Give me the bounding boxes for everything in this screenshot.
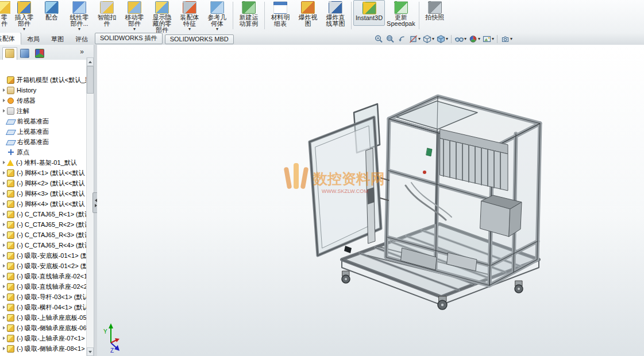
- tree-item[interactable]: 前视基准面: [0, 116, 94, 126]
- tree-item[interactable]: (-) 吸取-直线轴承座-02<1: [0, 271, 94, 281]
- ribbon-button[interactable]: [419, 2, 419, 29]
- panel-tab[interactable]: [32, 47, 47, 60]
- tree-item[interactable]: (-) 吸取-上轴承座底板-05: [0, 312, 94, 323]
- tree-item[interactable]: (-) C_CTAJ65_R<1> (默认: [0, 209, 94, 219]
- tree-item[interactable]: (-) 脚杯<2> (默认<<默认: [0, 178, 94, 188]
- scrollbar-down-button[interactable]: [87, 347, 94, 356]
- tree-item[interactable]: (-) C_CTAJ65_R<2> (默认: [0, 219, 94, 230]
- tree-item[interactable]: (-) 吸取-上轴承座-07<1>: [0, 333, 94, 343]
- tree-item[interactable]: (-) 吸取-侧轴承座底板-06: [0, 323, 94, 333]
- tree-item[interactable]: (-) 吸取-横杆-04<1> (默认: [0, 302, 94, 312]
- tree-item[interactable]: History: [0, 85, 94, 95]
- ribbon-button[interactable]: 显示隐 藏的零 部件: [148, 0, 176, 33]
- expand-arrow-icon[interactable]: [3, 316, 5, 319]
- expand-arrow-icon[interactable]: [3, 223, 5, 226]
- command-tab[interactable]: SOLIDWORKS MBD: [165, 34, 234, 44]
- ribbon-button[interactable]: 线性零 部件... ▾: [65, 0, 93, 31]
- tree-item[interactable]: (-) 吸取-安底板-01<2> (默: [0, 261, 94, 271]
- expand-arrow-icon[interactable]: [3, 202, 5, 206]
- ribbon-button[interactable]: 配合: [38, 0, 65, 25]
- view-tool-button[interactable]: ▾: [454, 34, 467, 44]
- tree-item[interactable]: (-) 脚杯<4> (默认<<默认: [0, 199, 94, 209]
- expand-arrow-icon[interactable]: [3, 336, 5, 340]
- tree-item[interactable]: 开箱机模型 (默认<默认_显: [0, 75, 94, 85]
- ribbon-button[interactable]: 参考几 何体 ▾: [203, 0, 231, 31]
- view-tool-button[interactable]: ▾: [408, 34, 421, 44]
- view-tool-button[interactable]: [373, 34, 384, 44]
- expand-arrow-icon[interactable]: [3, 78, 5, 82]
- ribbon-button[interactable]: 装配体 特征 ▾: [176, 0, 203, 31]
- view-tool-button[interactable]: ▾: [481, 34, 495, 44]
- cad-model[interactable]: [310, 96, 540, 309]
- ribbon-button[interactable]: 智能扣 件: [93, 0, 121, 31]
- tree-item[interactable]: (-) 堆料-基架-01_默认: [0, 157, 94, 168]
- ribbon-button[interactable]: 插入零 部件 ▾: [10, 0, 38, 31]
- expand-arrow-icon[interactable]: [3, 295, 5, 299]
- ribbon-button[interactable]: 更新 Speedpak: [385, 0, 417, 31]
- expand-arrow-icon[interactable]: [3, 243, 5, 247]
- ribbon-button[interactable]: 新建运 动算例: [235, 0, 263, 31]
- expand-arrow-icon[interactable]: [3, 109, 5, 113]
- expand-arrow-icon[interactable]: [3, 88, 5, 92]
- tree-item[interactable]: 右视基准面: [0, 137, 94, 147]
- tree-item[interactable]: (-) 吸取-安底板-01<1> (默: [0, 250, 94, 261]
- expand-arrow-icon[interactable]: [3, 305, 5, 309]
- ribbon-button[interactable]: Instant3D: [353, 0, 385, 26]
- ribbon-button[interactable]: 爆炸直 线草图: [322, 0, 349, 31]
- ribbon-button[interactable]: [233, 2, 233, 29]
- ribbon-button[interactable]: 拍快照: [421, 0, 449, 25]
- tree-item[interactable]: (-) 脚杯<1> (默认<<默认: [0, 168, 94, 178]
- command-tab[interactable]: 草图: [45, 33, 70, 45]
- tree-item[interactable]: 传感器: [0, 95, 94, 106]
- expand-arrow-icon[interactable]: [3, 254, 5, 257]
- view-tool-button[interactable]: ▾: [435, 34, 449, 44]
- expand-arrow-icon[interactable]: [3, 285, 5, 288]
- tree-item[interactable]: (-) C_CTAJ65_R<4> (默认: [0, 240, 94, 250]
- tree-item[interactable]: (-) 脚杯<3> (默认<<默认: [0, 188, 94, 199]
- panel-more-chevron[interactable]: »: [78, 48, 86, 56]
- view-tool-button[interactable]: [497, 35, 498, 43]
- tree-item[interactable]: 上视基准面: [0, 126, 94, 137]
- ribbon-button[interactable]: [351, 2, 352, 29]
- expand-arrow-icon[interactable]: [3, 274, 5, 278]
- expand-arrow-icon[interactable]: [3, 181, 5, 185]
- command-tab[interactable]: 布局: [21, 33, 45, 45]
- ribbon-button[interactable]: 移动零 部件 ▾: [121, 0, 148, 31]
- view-tool-button[interactable]: ▾: [422, 34, 435, 44]
- tree-item[interactable]: 原点: [0, 147, 94, 157]
- tree-item[interactable]: (-) 吸取-导杆-03<1> (默认: [0, 292, 94, 302]
- tree-item[interactable]: (-) 吸取-直线轴承座-02<2: [0, 281, 94, 292]
- tree-item[interactable]: (-) 吸取-侧轴承座-08<1>: [0, 343, 94, 354]
- expand-arrow-icon[interactable]: [3, 171, 5, 175]
- expand-arrow-icon[interactable]: [3, 326, 5, 330]
- view-tool-button[interactable]: ▾: [468, 34, 481, 44]
- graphics-viewport[interactable]: 数控资料网 WWW.SKZLW.COM Y Z: [97, 45, 644, 356]
- expand-arrow-icon[interactable]: [3, 99, 5, 102]
- command-tab[interactable]: 装配体: [0, 33, 21, 45]
- expand-arrow-icon[interactable]: [3, 130, 5, 133]
- view-tool-button[interactable]: [451, 35, 452, 43]
- command-tab[interactable]: 评估: [70, 33, 94, 45]
- panel-tab[interactable]: [17, 47, 32, 60]
- ribbon-button[interactable]: [264, 2, 265, 29]
- panel-tab[interactable]: [2, 47, 17, 60]
- model-canvas[interactable]: 数控资料网 WWW.SKZLW.COM Y Z: [97, 45, 644, 356]
- expand-arrow-icon[interactable]: [3, 119, 5, 123]
- expand-arrow-icon[interactable]: [3, 150, 5, 154]
- ribbon-button-clipped[interactable]: 零 件: [0, 0, 10, 27]
- scrollbar-thumb[interactable]: [87, 66, 94, 94]
- expand-arrow-icon[interactable]: [3, 140, 5, 144]
- expand-arrow-icon[interactable]: [3, 192, 5, 195]
- view-tool-button[interactable]: [396, 34, 407, 44]
- command-tab[interactable]: SOLIDWORKS 插件: [95, 33, 163, 44]
- tree-item[interactable]: (-) C_CTAJ65_R<3> (默认: [0, 230, 94, 240]
- view-tool-button[interactable]: [385, 34, 396, 44]
- expand-arrow-icon[interactable]: [3, 161, 5, 164]
- expand-arrow-icon[interactable]: [3, 347, 5, 350]
- expand-arrow-icon[interactable]: [3, 212, 5, 216]
- expand-arrow-icon[interactable]: [3, 264, 5, 268]
- view-tool-button[interactable]: ▾: [500, 34, 513, 44]
- scrollbar-up-button[interactable]: [87, 57, 94, 66]
- tree-item[interactable]: 注解: [0, 106, 94, 116]
- ribbon-button[interactable]: 材料明 细表: [267, 0, 294, 31]
